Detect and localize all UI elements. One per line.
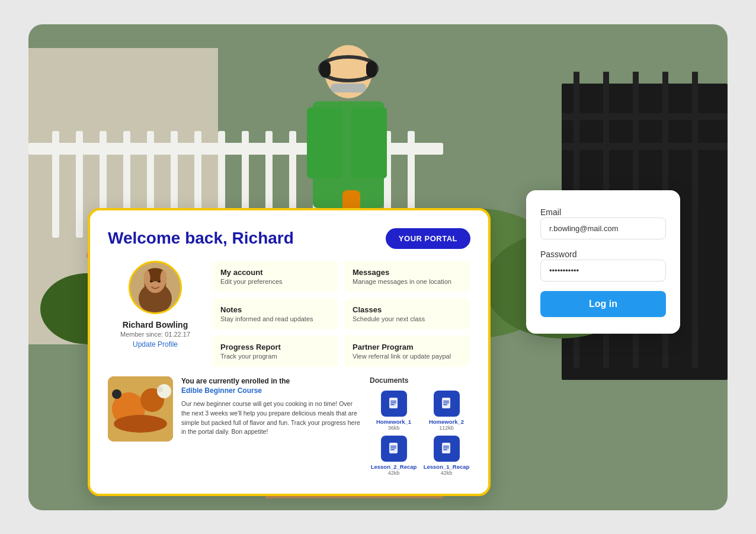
menu-item-title: Messages xyxy=(353,268,462,277)
document-item-lesson-1-recap[interactable]: Lesson_1_Recap 42kb xyxy=(422,436,470,476)
menu-grid: My account Edit your preferences Message… xyxy=(212,261,470,367)
document-size: 36kb xyxy=(388,425,400,431)
svg-rect-42 xyxy=(351,107,387,178)
document-item-lesson-2-recap[interactable]: Lesson_2_Recap 42kb xyxy=(370,436,418,476)
document-size: 42kb xyxy=(388,470,400,476)
document-item-homework-1[interactable]: Homework_1 36kb xyxy=(370,391,418,431)
login-button[interactable]: Log in xyxy=(540,291,666,317)
svg-rect-77 xyxy=(390,446,396,447)
welcome-title: Welcome back, Richard xyxy=(108,229,294,248)
outer-container: Welcome back, Richard YOUR PORTAL xyxy=(0,0,756,534)
svg-rect-3 xyxy=(52,131,59,238)
portal-header: Welcome back, Richard YOUR PORTAL xyxy=(108,228,470,249)
email-input[interactable] xyxy=(540,218,666,239)
scene-wrapper: Welcome back, Richard YOUR PORTAL xyxy=(28,24,728,510)
menu-item-title: Partner Program xyxy=(353,343,462,351)
svg-rect-44 xyxy=(320,61,331,78)
document-icon xyxy=(434,436,460,462)
documents-grid: Homework_1 36kb xyxy=(370,391,470,476)
svg-rect-28 xyxy=(562,113,728,120)
svg-rect-83 xyxy=(443,449,447,450)
document-size: 42kb xyxy=(441,470,453,476)
enrolled-label: You are currently enrolled in the xyxy=(181,377,290,385)
svg-rect-70 xyxy=(390,402,396,404)
svg-rect-73 xyxy=(443,401,449,402)
avatar xyxy=(129,261,182,314)
portal-body: Richard Bowling Member since: 01.22.17 U… xyxy=(108,261,470,367)
document-icon xyxy=(381,391,407,417)
menu-item-title: Progress Report xyxy=(220,343,330,351)
profile-name: Richard Bowling xyxy=(123,320,188,330)
svg-point-65 xyxy=(112,389,121,399)
portal-bottom: You are currently enrolled in the Edible… xyxy=(108,376,470,476)
document-size: 112kb xyxy=(439,425,454,431)
email-label: Email xyxy=(540,207,561,217)
login-card: Email Password Log in xyxy=(526,190,680,334)
portal-card: Welcome back, Richard YOUR PORTAL xyxy=(88,208,491,496)
svg-point-64 xyxy=(114,415,167,433)
menu-item-classes[interactable]: Classes Schedule your next class xyxy=(344,298,470,330)
portal-button[interactable]: YOUR PORTAL xyxy=(386,228,470,249)
menu-item-title: Classes xyxy=(353,305,462,314)
menu-item-subtitle: Edit your preferences xyxy=(220,278,330,285)
course-section: You are currently enrolled in the Edible… xyxy=(108,376,360,476)
svg-rect-74 xyxy=(443,402,449,404)
svg-rect-45 xyxy=(366,61,377,78)
document-item-homework-2[interactable]: Homework_2 112kb xyxy=(422,391,470,431)
document-icon xyxy=(381,436,407,462)
password-label: Password xyxy=(540,250,576,259)
menu-item-progress-report[interactable]: Progress Report Track your program xyxy=(212,335,338,367)
svg-rect-79 xyxy=(390,449,395,450)
documents-title: Documents xyxy=(370,376,470,385)
password-input[interactable] xyxy=(540,260,666,282)
svg-rect-71 xyxy=(390,404,395,405)
menu-item-messages[interactable]: Messages Manage messages in one location xyxy=(344,261,470,292)
document-name: Homework_1 xyxy=(376,418,411,425)
menu-item-title: My account xyxy=(220,268,330,277)
course-name[interactable]: Edible Beginner Course xyxy=(181,386,262,395)
document-name: Homework_2 xyxy=(429,418,464,425)
profile-column: Richard Bowling Member since: 01.22.17 U… xyxy=(108,261,203,367)
menu-item-subtitle: Track your program xyxy=(220,353,330,360)
svg-point-59 xyxy=(143,270,150,286)
menu-item-partner-program[interactable]: Partner Program View referral link or up… xyxy=(344,335,470,367)
svg-rect-75 xyxy=(443,404,447,405)
menu-item-subtitle: View referral link or update paypal xyxy=(353,353,462,360)
course-enrolled-text: You are currently enrolled in the Edible… xyxy=(181,376,360,396)
svg-rect-82 xyxy=(443,447,449,449)
documents-section: Documents Homework_1 xyxy=(370,376,470,476)
svg-rect-46 xyxy=(331,84,366,92)
svg-rect-69 xyxy=(390,401,396,402)
profile-member-since: Member since: 01.22.17 xyxy=(120,331,190,338)
document-name: Lesson_2_Recap xyxy=(371,463,417,470)
update-profile-link[interactable]: Update Profile xyxy=(133,340,178,348)
menu-item-subtitle: Manage messages in one location xyxy=(353,278,462,285)
svg-rect-29 xyxy=(562,143,728,150)
menu-item-my-account[interactable]: My account Edit your preferences xyxy=(212,261,338,292)
menu-item-notes[interactable]: Notes Stay informed and read updates xyxy=(212,298,338,330)
svg-point-60 xyxy=(160,270,166,286)
menu-item-subtitle: Schedule your next class xyxy=(353,315,462,322)
course-image xyxy=(108,376,173,442)
menu-item-title: Notes xyxy=(220,305,330,314)
course-text: You are currently enrolled in the Edible… xyxy=(181,376,360,437)
document-icon xyxy=(434,391,460,417)
svg-rect-4 xyxy=(76,131,83,238)
svg-rect-78 xyxy=(390,447,396,449)
svg-point-67 xyxy=(157,386,163,392)
course-description: Our new beginner course will get you coo… xyxy=(181,399,360,437)
svg-rect-41 xyxy=(307,107,342,178)
svg-rect-81 xyxy=(443,446,449,447)
menu-item-subtitle: Stay informed and read updates xyxy=(220,315,330,322)
document-name: Lesson_1_Recap xyxy=(424,463,470,470)
